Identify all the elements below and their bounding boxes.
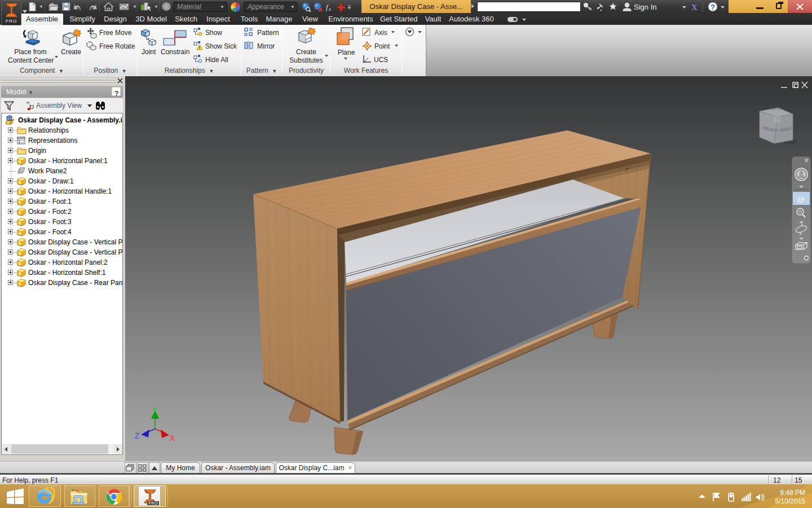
svg-text:Sign In: Sign In [634, 3, 656, 11]
svg-text:X: X [691, 3, 698, 12]
svg-text:Z: Z [135, 431, 140, 440]
svg-text:X: X [170, 433, 175, 443]
svg-text:!: ! [199, 45, 201, 50]
svg-text:x: x [328, 6, 331, 12]
svg-text:?: ? [710, 3, 715, 11]
svg-text:Y: Y [152, 405, 158, 414]
